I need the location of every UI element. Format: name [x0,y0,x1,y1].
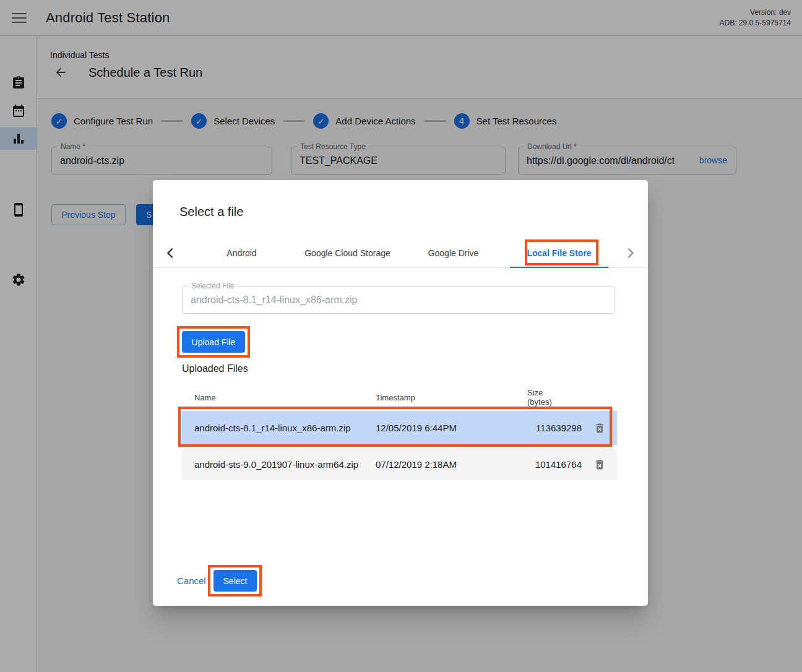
uploaded-files-table: Name Timestamp Size (bytes) android-cts-… [182,384,617,484]
screen: Android Test Station Version: dev ADB: 2… [0,0,802,672]
trash-delete-icon [593,422,606,434]
selected-file-field[interactable]: Selected File android-cts-8.1_r14-linux_… [182,286,615,314]
tab-google-drive[interactable]: Google Drive [400,238,506,267]
trash-delete-icon [593,459,606,471]
timestamp-cell: 12/05/2019 6:44PM [376,423,527,433]
chevron-left-icon [164,246,178,260]
tab-google-cloud-storage[interactable]: Google Cloud Storage [295,238,400,267]
upload-file-button[interactable]: Upload File [182,331,245,353]
size-cell: 101416764 [527,459,582,470]
selected-file-value: android-cts-8.1_r14-linux_x86-arm.zip [183,286,614,313]
file-source-tabs: Android Google Cloud Storage Google Driv… [153,238,648,268]
column-header-name: Name [182,393,376,402]
select-file-dialog: Select a file Android Google Cloud Stora… [153,180,648,606]
select-button[interactable]: Select [213,570,257,592]
tabs-scroll-right-button[interactable] [612,238,648,267]
uploaded-files-heading: Uploaded Files [182,363,248,374]
size-cell: 113639298 [527,423,582,433]
table-row[interactable]: android-sts-9.0_201907-linux-arm64.zip 0… [182,449,617,480]
table-header-row: Name Timestamp Size (bytes) [182,384,617,411]
timestamp-cell: 07/12/2019 2:18AM [376,459,527,470]
file-name-cell: android-sts-9.0_201907-linux-arm64.zip [182,459,376,470]
tabs-scroll-left-button[interactable] [153,238,189,267]
delete-file-button[interactable] [582,422,617,434]
cancel-button[interactable]: Cancel [177,570,206,592]
delete-file-button[interactable] [582,459,617,471]
chevron-right-icon [623,246,637,260]
tab-local-file-store[interactable]: Local File Store [506,238,612,267]
dialog-title: Select a file [179,205,243,219]
column-header-size: Size (bytes) [527,388,582,407]
tab-android[interactable]: Android [189,238,295,267]
file-name-cell: android-cts-8.1_r14-linux_x86-arm.zip [182,423,376,433]
table-row[interactable]: android-cts-8.1_r14-linux_x86-arm.zip 12… [182,411,617,445]
column-header-timestamp: Timestamp [376,393,527,402]
